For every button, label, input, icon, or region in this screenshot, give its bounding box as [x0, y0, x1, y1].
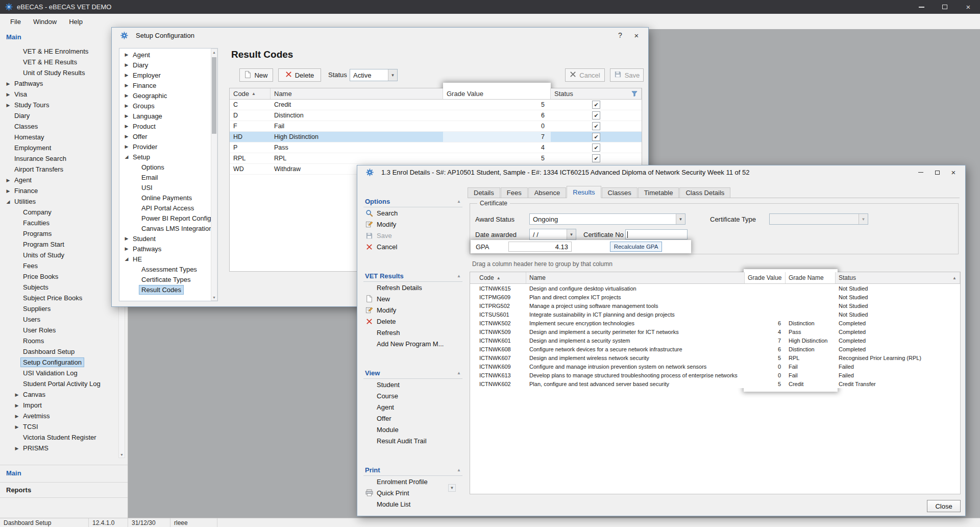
tree-collapsed-arrow-icon[interactable]: ▶ — [13, 392, 21, 397]
result-row[interactable]: ICTSUS601Integrate sustainability in ICT… — [470, 310, 960, 319]
close-dialog-button[interactable]: × — [945, 167, 962, 178]
result-row[interactable]: ICTPMG609Plan and direct complex ICT pro… — [470, 293, 960, 301]
sidebar-footer-reports[interactable]: Reports — [0, 482, 128, 498]
tree-item-groups[interactable]: ▶Groups — [119, 101, 217, 111]
save-button[interactable]: Save — [610, 68, 644, 82]
nav-item-agent[interactable]: Agent — [363, 401, 462, 413]
tree-expanded-arrow-icon[interactable]: ◢ — [122, 256, 131, 261]
tree-item-study-tours[interactable]: ▶Study Tours — [0, 100, 118, 110]
nav-item-quick-print[interactable]: Quick Print — [363, 487, 462, 498]
tree-item-geographic[interactable]: ▶Geographic — [119, 90, 217, 101]
tree-item-dashboard-setup[interactable]: Dashboard Setup — [0, 346, 118, 357]
column-header-grade-value[interactable]: Grade Value — [443, 88, 551, 99]
tree-item-result-codes[interactable]: Result Codes — [119, 284, 217, 295]
tree-item-homestay[interactable]: Homestay — [0, 132, 118, 142]
tree-collapsed-arrow-icon[interactable]: ▶ — [4, 188, 12, 194]
minimize-button[interactable] — [913, 167, 929, 178]
tree-collapsed-arrow-icon[interactable]: ▶ — [122, 236, 131, 241]
tree-item-import[interactable]: ▶Import — [0, 400, 118, 411]
tree-item-agent[interactable]: ▶Agent — [119, 50, 217, 60]
result-row[interactable]: ICTNWK601Design and implement a security… — [470, 336, 960, 345]
result-code-row[interactable]: FFail0✔ — [230, 121, 642, 132]
tree-collapsed-arrow-icon[interactable]: ▶ — [13, 403, 21, 408]
tree-item-utilities[interactable]: ◢Utilities — [0, 196, 118, 207]
tree-item-classes[interactable]: Classes — [0, 121, 118, 132]
tree-item-vet-he-results[interactable]: VET & HE Results — [0, 57, 118, 67]
tree-collapsed-arrow-icon[interactable]: ▶ — [4, 178, 12, 183]
nav-item-delete[interactable]: Delete — [363, 316, 462, 327]
tree-item-setup[interactable]: ◢Setup — [119, 152, 217, 162]
result-row[interactable]: ICTNWK509Design and implement a security… — [470, 327, 960, 336]
status-checkbox[interactable]: ✔ — [592, 101, 600, 109]
tree-item-online-payments[interactable]: Online Payments — [119, 193, 217, 203]
tree-collapsed-arrow-icon[interactable]: ▶ — [122, 73, 131, 78]
chevron-down-icon[interactable]: ▼ — [388, 69, 397, 81]
tree-collapsed-arrow-icon[interactable]: ▶ — [122, 52, 131, 57]
tree-collapsed-arrow-icon[interactable]: ▶ — [122, 103, 131, 108]
collapse-arrow-icon[interactable]: ▲ — [457, 274, 461, 278]
tree-item-diary[interactable]: ▶Diary — [119, 60, 217, 70]
gpa-value-field[interactable]: 4.13 — [508, 242, 572, 252]
result-code-row[interactable]: HDHigh Distinction7✔ — [230, 132, 642, 142]
menu-item-window[interactable]: Window — [27, 15, 63, 28]
tree-item-pathways[interactable]: ▶Pathways — [0, 78, 118, 89]
tab-results[interactable]: Results — [567, 186, 601, 198]
nav-item-student[interactable]: Student — [363, 379, 462, 390]
minimize-button[interactable] — [910, 0, 933, 14]
scroll-down-icon[interactable]: ▼ — [119, 451, 125, 458]
nav-item-refresh-details[interactable]: Refresh Details — [363, 282, 462, 293]
tree-item-tcsi[interactable]: ▶TCSI — [0, 421, 118, 432]
delete-button[interactable]: Delete — [278, 68, 321, 82]
tree-collapsed-arrow-icon[interactable]: ▶ — [122, 144, 131, 149]
scroll-up-icon[interactable]: ▲ — [211, 49, 217, 55]
tree-item-units-of-study[interactable]: Units of Study — [0, 250, 118, 260]
nav-section-header[interactable]: Print▲ — [363, 465, 462, 476]
status-checkbox[interactable]: ✔ — [592, 122, 600, 130]
tree-item-offer[interactable]: ▶Offer — [119, 131, 217, 141]
tree-item-finance[interactable]: ▶Finance — [0, 185, 118, 196]
help-button[interactable]: ? — [612, 30, 628, 41]
tree-item-airport-transfers[interactable]: Airport Transfers — [0, 164, 118, 175]
tree-item-employment[interactable]: Employment — [0, 142, 118, 153]
tree-item-email[interactable]: Email — [119, 172, 217, 182]
collapse-arrow-icon[interactable]: ▲ — [457, 371, 461, 375]
tree-collapsed-arrow-icon[interactable]: ▶ — [4, 92, 12, 97]
nav-item-offer[interactable]: Offer — [363, 413, 462, 424]
tree-item-power-bi-report-configuration[interactable]: Power BI Report Configuration — [119, 213, 217, 223]
new-button[interactable]: New — [239, 68, 273, 82]
result-code-row[interactable]: PPass4✔ — [230, 142, 642, 153]
tree-item-price-books[interactable]: Price Books — [0, 271, 118, 282]
tree-item-student-portal-activity-log[interactable]: Student Portal Activity Log — [0, 378, 118, 389]
tab-fees[interactable]: Fees — [501, 187, 528, 198]
tree-item-avetmiss[interactable]: ▶Avetmiss — [0, 411, 118, 421]
tree-collapsed-arrow-icon[interactable]: ▶ — [122, 93, 131, 98]
tree-item-rooms[interactable]: Rooms — [0, 336, 118, 346]
result-row[interactable]: ICTNWK609Configure and manage intrusion … — [470, 362, 960, 371]
tree-item-faculties[interactable]: Faculties — [0, 218, 118, 228]
tree-item-suppliers[interactable]: Suppliers — [0, 303, 118, 314]
column-header-name[interactable]: Name — [526, 272, 745, 283]
status-checkbox[interactable]: ✔ — [592, 133, 600, 141]
tree-item-api-portal-access[interactable]: API Portal Access — [119, 203, 217, 213]
tree-item-assessment-types[interactable]: Assessment Types — [119, 264, 217, 274]
tree-item-certificate-types[interactable]: Certificate Types — [119, 274, 217, 284]
nav-item-course[interactable]: Course — [363, 390, 462, 401]
tree-item-user-roles[interactable]: User Roles — [0, 325, 118, 336]
tab-classes[interactable]: Classes — [602, 187, 638, 198]
status-filter-combobox[interactable]: Active ▼ — [350, 69, 398, 81]
tree-item-finance[interactable]: ▶Finance — [119, 80, 217, 90]
nav-section-header[interactable]: View▲ — [363, 368, 462, 379]
nav-item-module-list[interactable]: Module List — [363, 498, 462, 507]
certificate-type-combobox[interactable]: ▼ — [769, 213, 868, 225]
nav-item-add-new-program-m[interactable]: Add New Program M... — [363, 338, 462, 349]
column-header-code[interactable]: Code▲ — [230, 88, 271, 99]
tree-collapsed-arrow-icon[interactable]: ▶ — [13, 424, 21, 429]
tree-expanded-arrow-icon[interactable]: ◢ — [4, 199, 12, 204]
tree-item-diary[interactable]: Diary — [0, 110, 118, 121]
tree-item-options[interactable]: Options — [119, 162, 217, 172]
column-header-status[interactable]: Status▲ — [836, 272, 960, 283]
maximize-button[interactable] — [929, 167, 945, 178]
menu-item-file[interactable]: File — [4, 15, 27, 28]
collapse-arrow-icon[interactable]: ▲ — [457, 199, 461, 204]
scrollbar-thumb[interactable] — [212, 57, 216, 134]
